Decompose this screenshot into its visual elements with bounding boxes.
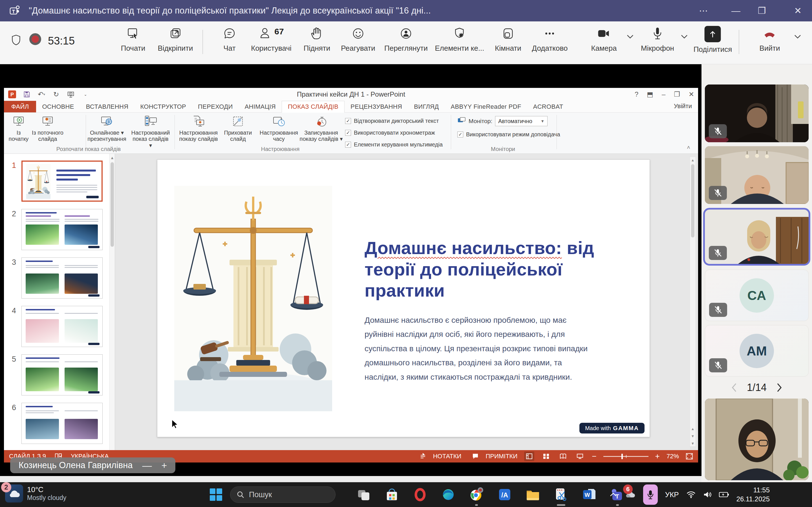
from-current-slide-button[interactable]: Із поточногослайда	[31, 115, 64, 142]
ppt-help-icon[interactable]: ?	[635, 91, 638, 98]
slideshow-view-button[interactable]	[575, 452, 585, 461]
tab-abbyy[interactable]: ABBYY FineReader PDF	[445, 101, 527, 112]
task-view-icon[interactable]	[356, 487, 371, 503]
participant-video-2[interactable]	[705, 146, 809, 204]
wifi-icon[interactable]	[686, 491, 696, 498]
snipping-tool-icon[interactable]	[553, 487, 569, 503]
comments-button[interactable]: ПРИМІТКИ	[486, 453, 517, 460]
meeting-controls-button[interactable]: Елементи ке...	[435, 26, 484, 53]
leave-chevron-icon[interactable]	[794, 34, 801, 39]
tab-view[interactable]: ВИГЛЯД	[408, 101, 445, 112]
checkbox-presenter-view[interactable]: ✓ Використовувати режим доповідача	[457, 131, 560, 138]
save-icon[interactable]	[22, 90, 31, 99]
redo-icon[interactable]: ↻	[52, 90, 60, 99]
scroll-up-icon[interactable]: ▲	[690, 157, 696, 163]
taskbar-search[interactable]: Пошук	[230, 487, 336, 503]
setup-slideshow-button[interactable]: Настроюванняпоказу слайдів	[177, 115, 220, 142]
tab-acrobat[interactable]: ACROBAT	[527, 101, 569, 112]
slide-thumbnail-5[interactable]	[21, 354, 103, 395]
opera-icon[interactable]	[412, 487, 428, 503]
weather-widget[interactable]: 2 10°C Mostly cloudy	[5, 485, 66, 503]
word-icon[interactable]: W	[581, 487, 597, 503]
canvas-scrollbar[interactable]: ▲ ▲ ▼ ▼	[690, 157, 696, 447]
slide-thumbnail-4[interactable]	[21, 306, 103, 347]
tab-transitions[interactable]: ПЕРЕХОДИ	[192, 101, 239, 112]
thumbnails-scrollbar[interactable]: ▲	[109, 154, 115, 450]
language-switcher[interactable]: УКР	[665, 490, 679, 499]
close-icon[interactable]: ✕	[786, 0, 809, 21]
tray-expand-icon[interactable]	[609, 492, 617, 497]
microsoft-store-icon[interactable]	[384, 487, 400, 503]
scrollbar-thumb[interactable]	[691, 164, 695, 237]
tab-file[interactable]: ФАЙЛ	[4, 101, 36, 112]
zoom-level[interactable]: 72%	[666, 453, 679, 460]
scroll-up-icon[interactable]: ▲	[110, 154, 115, 161]
file-explorer-icon[interactable]	[525, 487, 541, 503]
active-speaker-video[interactable]	[703, 208, 810, 266]
raise-hand-button[interactable]: Підняти	[304, 26, 331, 53]
more-button[interactable]: Додатково	[532, 26, 568, 53]
previous-slide-icon[interactable]: ▲	[690, 426, 696, 432]
chat-button[interactable]: Чат	[222, 26, 237, 53]
from-beginning-button[interactable]: Ізпочатку	[6, 115, 32, 142]
monitor-dropdown[interactable]: Автоматично ▼	[495, 116, 548, 126]
slide-thumbnail-1[interactable]	[21, 161, 103, 202]
participant-video-1[interactable]	[705, 84, 809, 142]
maximize-icon[interactable]: ❐	[751, 0, 773, 21]
participants-button[interactable]: 67 Користувачі	[251, 26, 292, 53]
tab-review[interactable]: РЕЦЕНЗУВАННЯ	[345, 101, 408, 112]
zoom-in-icon[interactable]: +	[655, 452, 660, 461]
notes-button[interactable]: НОТАТКИ	[433, 453, 462, 460]
tab-slideshow[interactable]: ПОКАЗ СЛАЙДІВ	[282, 101, 345, 113]
tab-home[interactable]: ОСНОВНЕ	[36, 101, 80, 112]
rooms-button[interactable]: Кімнати	[495, 26, 521, 53]
tray-clock[interactable]: 11:55 26.11.2025	[737, 486, 770, 504]
react-button[interactable]: Реагувати	[341, 26, 375, 53]
microphone-chevron-icon[interactable]	[680, 34, 688, 39]
active-mic-indicator[interactable]	[643, 485, 658, 505]
reading-view-button[interactable]	[558, 452, 568, 461]
hide-slide-button[interactable]: Приховатислайд	[222, 115, 253, 142]
collapse-ribbon-icon[interactable]: ˄	[687, 144, 690, 151]
tab-animations[interactable]: АНІМАЦІЯ	[239, 101, 282, 112]
checkbox-media-controls[interactable]: ✓ Елементи керування мультимедіа	[345, 142, 443, 148]
ppt-close-icon[interactable]: ✕	[689, 91, 694, 98]
present-online-button[interactable]: Онлайнове ▾презентування	[87, 115, 126, 142]
ribbon-display-icon[interactable]: ⬒	[647, 91, 653, 98]
pager-next-icon[interactable]	[776, 383, 782, 392]
participant-avatar-am[interactable]: AM	[705, 325, 809, 377]
view-button[interactable]: Переглянути	[384, 26, 428, 53]
slide-sorter-view-button[interactable]	[541, 452, 551, 461]
presenter-video[interactable]	[705, 399, 809, 480]
scrollbar-thumb[interactable]	[110, 162, 114, 247]
tab-design[interactable]: КОНСТРУКТОР	[134, 101, 192, 112]
checkbox-play-narration[interactable]: ✓ Відтворювати дикторський текст	[345, 118, 439, 124]
share-button[interactable]: Поділитися	[694, 26, 732, 54]
start-slideshow-icon[interactable]	[66, 90, 75, 99]
record-slideshow-button[interactable]: Записуванняпоказу слайдів ▾	[299, 115, 344, 142]
zoom-slider[interactable]	[603, 456, 649, 457]
leave-button[interactable]: Вийти	[760, 26, 780, 53]
next-slide-icon[interactable]: ▼	[690, 433, 696, 439]
sign-in-link[interactable]: Увійти	[674, 103, 692, 110]
qat-customize-icon[interactable]: ⌄	[81, 90, 90, 99]
expand-icon[interactable]: +	[161, 460, 167, 471]
custom-slideshow-button[interactable]: Настроюванийпоказ слайдів ▾	[131, 115, 170, 149]
abbyy-app-icon[interactable]: /A	[497, 487, 513, 503]
checkbox-use-timings[interactable]: ✓ Використовувати хронометраж	[345, 129, 435, 136]
undo-icon[interactable]: ↶▾	[37, 90, 46, 99]
start-share-button[interactable]: Почати	[121, 26, 145, 53]
tab-insert[interactable]: ВСТАВЛЕННЯ	[80, 101, 135, 112]
battery-icon[interactable]	[719, 492, 729, 498]
ppt-restore-icon[interactable]: ❐	[674, 91, 680, 98]
camera-button[interactable]: Камера	[591, 26, 617, 53]
volume-icon[interactable]	[703, 491, 712, 498]
start-button[interactable]	[209, 487, 223, 502]
camera-chevron-icon[interactable]	[626, 34, 634, 39]
scroll-down-icon[interactable]: ▼	[690, 440, 696, 446]
collapse-icon[interactable]: —	[142, 460, 152, 471]
unpin-button[interactable]: Відкріпити	[158, 26, 193, 53]
fit-slide-icon[interactable]	[686, 453, 693, 460]
normal-view-button[interactable]	[524, 452, 534, 461]
titlebar-more-icon[interactable]: ⋯	[692, 0, 715, 21]
